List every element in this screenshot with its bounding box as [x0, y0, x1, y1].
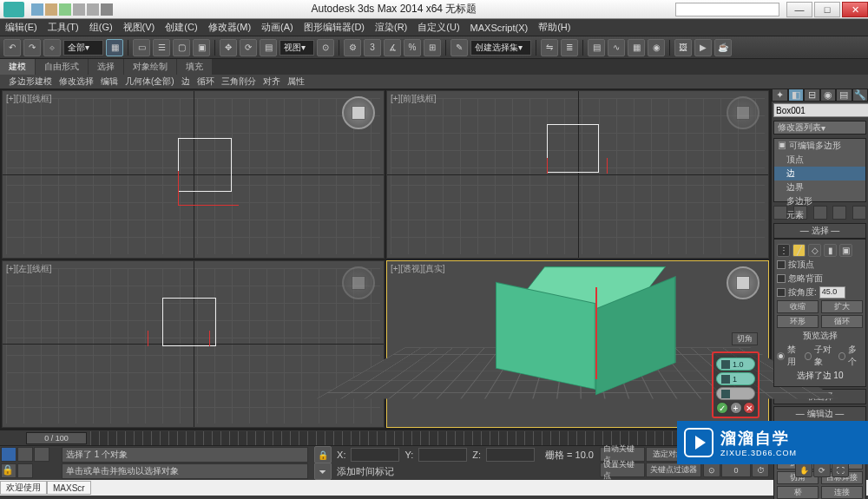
- chamfer-open-toggle[interactable]: [716, 387, 755, 400]
- stack-element[interactable]: 元素: [774, 208, 865, 222]
- ribbon-tab-modeling[interactable]: 建模: [0, 59, 35, 75]
- subrib-loop[interactable]: 循环: [197, 76, 214, 88]
- cmdtab-hierarchy-icon[interactable]: ⊟: [804, 89, 820, 102]
- window-crossing-icon[interactable]: ▣: [193, 39, 210, 56]
- maximize-button[interactable]: □: [814, 2, 840, 17]
- isolate-icon[interactable]: [17, 463, 33, 478]
- menu-tools[interactable]: 工具(T): [48, 21, 79, 34]
- connect-button[interactable]: 连接: [821, 486, 863, 499]
- angle-snap-icon[interactable]: ∡: [384, 39, 401, 56]
- cmdtab-create-icon[interactable]: ✦: [772, 89, 788, 102]
- help-search[interactable]: [675, 3, 779, 16]
- keyfilter-button[interactable]: 关键点过滤器: [646, 463, 701, 477]
- layers-icon[interactable]: ▤: [588, 39, 605, 56]
- percent-snap-icon[interactable]: %: [404, 39, 421, 56]
- viewcube-front[interactable]: [727, 96, 760, 129]
- add-time-tag[interactable]: 添加时间标记: [337, 465, 394, 478]
- chamfer-caddy-title[interactable]: 切角: [732, 332, 758, 345]
- footer-maxscript[interactable]: MAXScr: [47, 481, 91, 495]
- viewcube-top[interactable]: [342, 96, 375, 129]
- viewcube-left[interactable]: [342, 266, 375, 299]
- lock-selection-icon[interactable]: 🔒: [314, 446, 332, 463]
- qa-open-icon[interactable]: [45, 3, 57, 16]
- app-logo[interactable]: [3, 2, 24, 17]
- viewport-perspective[interactable]: [+][透视][真实] 切角 1.0 1 ✓ + ✕: [386, 260, 769, 429]
- pan-icon[interactable]: ✋: [795, 463, 812, 477]
- menu-animation[interactable]: 动画(A): [261, 21, 293, 34]
- close-button[interactable]: ✕: [842, 2, 868, 17]
- rotate-icon[interactable]: ⟳: [240, 39, 257, 56]
- cmdtab-utilities-icon[interactable]: 🔧: [852, 89, 869, 102]
- preview-multi-radio[interactable]: [838, 352, 845, 360]
- viewport-front[interactable]: [+][前][线框]: [386, 90, 769, 259]
- ribbon-tab-selection[interactable]: 选择: [89, 59, 123, 75]
- by-vertex-checkbox[interactable]: [777, 260, 786, 269]
- chamfer-amount-field[interactable]: 1.0: [716, 358, 755, 371]
- stack-polygon[interactable]: 多边形: [774, 194, 865, 208]
- snap-icon[interactable]: 3: [364, 39, 381, 56]
- rollout-selection-head[interactable]: — 选择 —: [773, 223, 866, 239]
- loop-button[interactable]: 循环: [821, 315, 863, 328]
- redo-icon[interactable]: ↷: [23, 39, 41, 56]
- cmdtab-modify-icon[interactable]: ◧: [788, 89, 805, 102]
- material-icon[interactable]: ◉: [648, 39, 665, 56]
- subrib-props[interactable]: 属性: [287, 76, 305, 88]
- rollout-soft-head[interactable]: 软选择: [773, 389, 866, 404]
- viewport-top[interactable]: [+][顶][线框]: [2, 90, 385, 259]
- orbit-icon[interactable]: ⟳: [813, 463, 831, 477]
- schematic-icon[interactable]: ▦: [628, 39, 645, 56]
- select-name-icon[interactable]: ☰: [153, 39, 170, 56]
- grow-button[interactable]: 扩大: [821, 300, 863, 313]
- chamfer-segments-field[interactable]: 1: [716, 372, 755, 385]
- subobj-poly-icon[interactable]: ▮: [824, 244, 837, 257]
- menu-grapheditors[interactable]: 图形编辑器(D): [304, 21, 365, 34]
- undo-icon[interactable]: ↶: [3, 39, 21, 56]
- subobj-border-icon[interactable]: ◇: [808, 244, 821, 257]
- coord-z[interactable]: [486, 448, 535, 462]
- named-sel-icon[interactable]: ✎: [450, 39, 468, 56]
- subrib-edit[interactable]: 编辑: [101, 76, 118, 88]
- viewport-left[interactable]: [+][左][线框]: [2, 260, 385, 429]
- chamfer-apply-button[interactable]: +: [730, 402, 742, 414]
- preview-sub-radio[interactable]: [805, 352, 812, 360]
- qa-redo-icon[interactable]: [87, 3, 99, 16]
- spinner-snap-icon[interactable]: ⊞: [424, 39, 441, 56]
- render-frame-icon[interactable]: ▶: [694, 39, 712, 56]
- scale-icon[interactable]: ▤: [260, 39, 277, 56]
- rollout-editedge-head[interactable]: — 编辑边 —: [773, 406, 866, 422]
- qa-undo-icon[interactable]: [73, 3, 85, 16]
- coord-x[interactable]: [351, 448, 399, 462]
- ribbon-tab-populate[interactable]: 填充: [177, 59, 212, 75]
- track2-icon[interactable]: [34, 447, 49, 462]
- subrib-align[interactable]: 对齐: [263, 76, 280, 88]
- frame-slider[interactable]: 0 / 100: [26, 432, 87, 444]
- cmdtab-motion-icon[interactable]: ◉: [820, 89, 837, 102]
- ref-coord-dropdown[interactable]: 视图 ▾: [279, 40, 314, 56]
- current-frame[interactable]: 0: [721, 463, 751, 477]
- cmdtab-display-icon[interactable]: ▤: [836, 89, 852, 102]
- qa-save-icon[interactable]: [59, 3, 71, 16]
- preview-off-radio[interactable]: [777, 352, 785, 360]
- stack-root[interactable]: ▣ 可编辑多边形: [774, 139, 865, 153]
- link-icon[interactable]: ⟐: [43, 39, 61, 56]
- lock-icon[interactable]: 🔒: [1, 463, 16, 478]
- time-config-icon[interactable]: ⏱: [752, 463, 769, 477]
- subrib-polymodel[interactable]: 多边形建模: [9, 76, 52, 88]
- setkey-button[interactable]: 设置关键点: [600, 463, 645, 477]
- subrib-tri[interactable]: 三角剖分: [221, 76, 256, 88]
- selection-filter[interactable]: 全部 ▾: [63, 40, 103, 56]
- ring-button[interactable]: 环形: [777, 315, 819, 328]
- bridge-button[interactable]: 桥: [777, 486, 819, 499]
- render-setup-icon[interactable]: 🖼: [674, 39, 692, 56]
- menu-customize[interactable]: 自定义(U): [418, 21, 459, 34]
- named-selection-set[interactable]: 创建选择集 ▾: [470, 40, 531, 56]
- ribbon-tab-objectpaint[interactable]: 对象绘制: [124, 59, 176, 75]
- subrib-geom[interactable]: 几何体(全部): [125, 76, 174, 88]
- by-angle-checkbox[interactable]: [777, 288, 786, 297]
- select-icon[interactable]: ▭: [133, 39, 150, 56]
- menu-edit[interactable]: 编辑(E): [5, 21, 37, 34]
- stack-vertex[interactable]: 顶点: [774, 153, 865, 167]
- minimize-button[interactable]: —: [786, 2, 812, 17]
- chamfer-cancel-button[interactable]: ✕: [743, 402, 755, 414]
- shrink-button[interactable]: 收缩: [777, 300, 819, 313]
